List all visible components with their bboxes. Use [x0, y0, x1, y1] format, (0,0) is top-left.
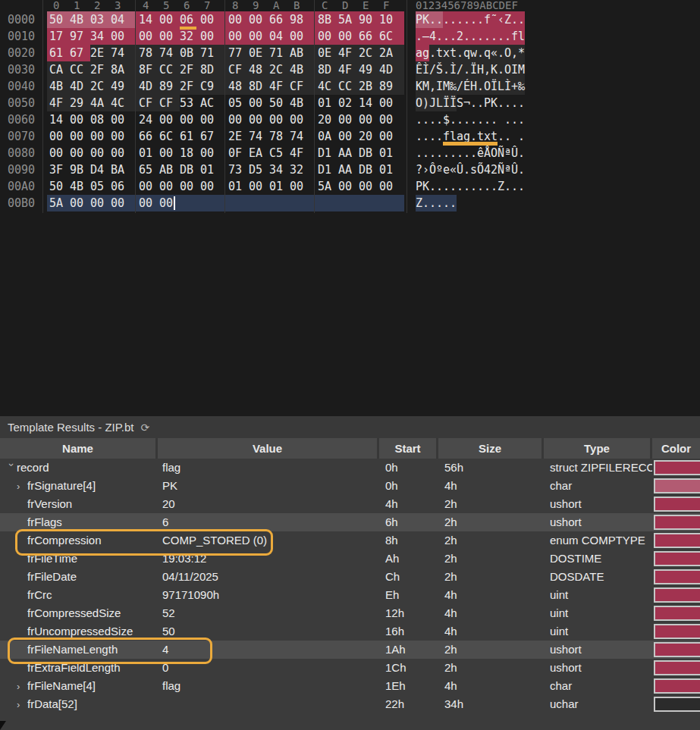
hex-byte[interactable]: AB: [290, 45, 310, 61]
ascii-char[interactable]: .: [422, 111, 429, 128]
ascii-char[interactable]: L: [436, 95, 443, 111]
ascii-char[interactable]: Û: [511, 145, 518, 161]
hex-byte[interactable]: 34: [269, 161, 290, 178]
ascii-char[interactable]: «: [491, 45, 498, 61]
hex-byte[interactable]: 2B: [359, 78, 379, 95]
ascii-char[interactable]: .: [463, 11, 470, 28]
ascii-char[interactable]: .: [504, 178, 511, 195]
ascii-char[interactable]: .: [443, 11, 450, 28]
ascii-char[interactable]: O: [484, 78, 491, 95]
ascii-char[interactable]: .: [436, 145, 443, 161]
hex-byte[interactable]: [359, 195, 379, 211]
hex-byte[interactable]: 00: [249, 95, 269, 111]
ascii-char[interactable]: t: [491, 128, 498, 145]
ascii-char[interactable]: g: [463, 128, 470, 145]
ascii-char[interactable]: .: [491, 28, 498, 45]
hex-byte[interactable]: [249, 195, 269, 211]
ascii-char[interactable]: .: [518, 145, 525, 161]
hex-byte[interactable]: 00: [359, 178, 379, 195]
hex-byte[interactable]: 08: [90, 111, 111, 128]
ascii-char[interactable]: I: [511, 61, 518, 78]
ascii-char[interactable]: P: [416, 11, 422, 28]
hex-byte[interactable]: 14: [49, 111, 70, 128]
ascii-char[interactable]: Z: [498, 178, 504, 195]
hex-byte[interactable]: AA: [338, 161, 359, 178]
hex-byte[interactable]: 00: [70, 128, 90, 145]
hex-byte[interactable]: 00: [338, 128, 359, 145]
ascii-char[interactable]: .: [511, 178, 518, 195]
ascii-char[interactable]: .: [443, 61, 450, 78]
color-swatch[interactable]: [654, 460, 700, 475]
hex-byte[interactable]: 4C: [318, 78, 338, 95]
hex-byte[interactable]: 2F: [180, 78, 200, 95]
hex-byte[interactable]: AB: [159, 161, 180, 178]
ascii-char[interactable]: Ì: [504, 78, 511, 95]
ascii-char[interactable]: t: [450, 45, 457, 61]
hex-byte[interactable]: 53: [180, 95, 200, 111]
hex-byte[interactable]: 2E: [228, 128, 249, 145]
hex-byte[interactable]: 00: [159, 195, 180, 211]
hex-byte[interactable]: D4: [90, 161, 111, 178]
hex-byte[interactable]: 00: [249, 11, 269, 28]
ascii-char[interactable]: O: [504, 61, 511, 78]
hex-byte[interactable]: 4B: [70, 178, 90, 195]
ascii-char[interactable]: P: [484, 95, 491, 111]
hex-byte[interactable]: 0F: [228, 145, 249, 161]
ascii-char[interactable]: Û: [457, 161, 463, 178]
hex-editor[interactable]: 0123456789ABCDEF0123456789ABCDEF 0000504…: [0, 0, 700, 235]
hex-byte[interactable]: 74: [159, 45, 180, 61]
ascii-char[interactable]: ?: [416, 161, 422, 178]
ascii-char[interactable]: .: [429, 111, 436, 128]
table-row[interactable]: frFileTime19:03:12Ah2hDOSTIME: [0, 550, 700, 568]
ascii-char[interactable]: $: [443, 111, 450, 128]
hex-byte[interactable]: BA: [111, 161, 131, 178]
hex-byte[interactable]: 00: [228, 11, 249, 28]
ascii-char[interactable]: .: [463, 178, 470, 195]
ascii-char[interactable]: .: [457, 145, 463, 161]
ascii-char[interactable]: .: [450, 178, 457, 195]
ascii-char[interactable]: O: [416, 95, 422, 111]
hex-byte[interactable]: 4B: [290, 61, 310, 78]
chevron-right-icon[interactable]: ›: [17, 478, 27, 495]
ascii-char[interactable]: .: [416, 28, 422, 45]
hex-byte[interactable]: 74: [290, 128, 310, 145]
ascii-char[interactable]: .: [511, 11, 518, 28]
hex-ascii[interactable]: PK........f˜‹Z..: [416, 11, 525, 28]
hex-byte[interactable]: 01: [139, 145, 159, 161]
hex-byte[interactable]: 20: [318, 111, 338, 128]
ascii-char[interactable]: .: [477, 45, 484, 61]
ascii-char[interactable]: ,: [484, 61, 491, 78]
chevron-right-icon[interactable]: ›: [17, 696, 27, 713]
hex-row[interactable]: 00A0504B050600000000010001005A000000PK..…: [0, 178, 700, 195]
ascii-char[interactable]: a: [457, 128, 463, 145]
ascii-char[interactable]: K: [416, 78, 422, 95]
hex-byte[interactable]: 10: [379, 11, 400, 28]
hex-byte[interactable]: 01: [379, 145, 400, 161]
hex-row[interactable]: 007000000000666C61672E7478740A002000....…: [0, 128, 700, 145]
hex-byte[interactable]: 14: [359, 95, 379, 111]
color-swatch[interactable]: [654, 660, 700, 675]
ascii-char[interactable]: Å: [484, 145, 491, 161]
hex-byte[interactable]: 89: [379, 78, 400, 95]
ascii-char[interactable]: .: [443, 195, 450, 211]
ascii-char[interactable]: Ô: [429, 161, 436, 178]
hex-byte[interactable]: 74: [111, 45, 131, 61]
hex-byte[interactable]: 0E: [318, 45, 338, 61]
hex-byte[interactable]: 20: [359, 128, 379, 145]
hex-row[interactable]: 006014000800240000000000000020000000....…: [0, 111, 700, 128]
hex-byte[interactable]: 4F: [49, 95, 70, 111]
hex-ascii[interactable]: PK..........Z...: [416, 178, 525, 195]
hex-byte[interactable]: 49: [359, 61, 379, 78]
ascii-char[interactable]: .: [511, 111, 518, 128]
color-swatch[interactable]: [654, 515, 700, 530]
hex-byte[interactable]: 61: [49, 45, 70, 61]
hex-byte[interactable]: 00: [139, 195, 159, 211]
hex-byte[interactable]: 74: [249, 128, 269, 145]
hex-byte[interactable]: [338, 195, 359, 211]
ascii-char[interactable]: .: [477, 28, 484, 45]
hex-byte[interactable]: AA: [338, 145, 359, 161]
ascii-char[interactable]: f: [443, 128, 450, 145]
hex-byte[interactable]: 00: [180, 111, 200, 128]
hex-byte[interactable]: 6C: [379, 28, 400, 45]
table-row[interactable]: frVersion204h2hushort: [0, 495, 700, 513]
